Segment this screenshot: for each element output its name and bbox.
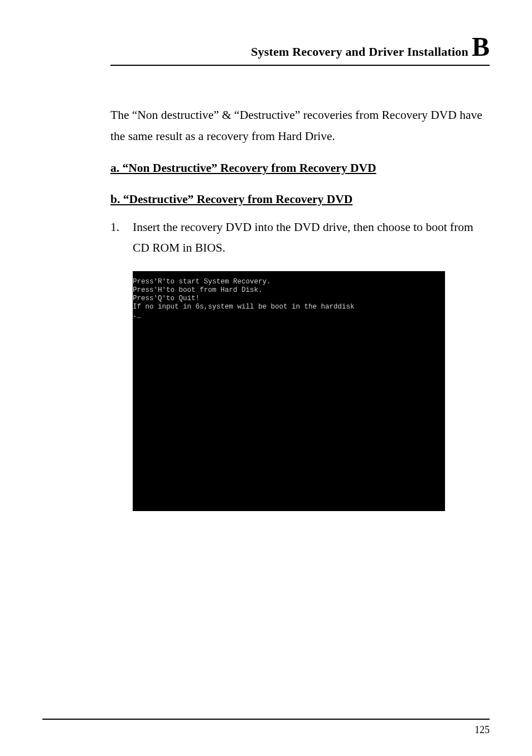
step-text: Insert the recovery DVD into the DVD dri…: [133, 217, 490, 259]
intro-paragraph: The “Non destructive” & “Destructive” re…: [110, 105, 490, 147]
header-title: System Recovery and Driver Installation: [251, 45, 468, 59]
step-1: 1. Insert the recovery DVD into the DVD …: [110, 217, 490, 259]
terminal-line: If no input in 6s,system will be boot in…: [133, 303, 355, 311]
header-appendix-letter: B: [472, 33, 490, 60]
terminal-screenshot: Press'R'to start System Recovery. Press'…: [133, 271, 445, 511]
page-header: System Recovery and Driver Installation …: [110, 33, 490, 66]
document-page: System Recovery and Driver Installation …: [0, 0, 532, 756]
terminal-line: Press'R'to start System Recovery.: [133, 278, 271, 286]
terminal-line: Press'Q'to Quit!: [133, 295, 200, 302]
body-content: The “Non destructive” & “Destructive” re…: [110, 105, 490, 511]
terminal-line: Press'H'to boot from Hard Disk.: [133, 286, 263, 294]
subheading-b: b. “Destructive” Recovery from Recovery …: [110, 189, 490, 210]
step-number: 1.: [110, 217, 133, 259]
subheading-a: a. “Non Destructive” Recovery from Recov…: [110, 158, 490, 179]
terminal-cursor-line: ._: [133, 311, 141, 319]
page-number: 125: [42, 724, 490, 736]
page-footer: 125: [42, 719, 490, 736]
